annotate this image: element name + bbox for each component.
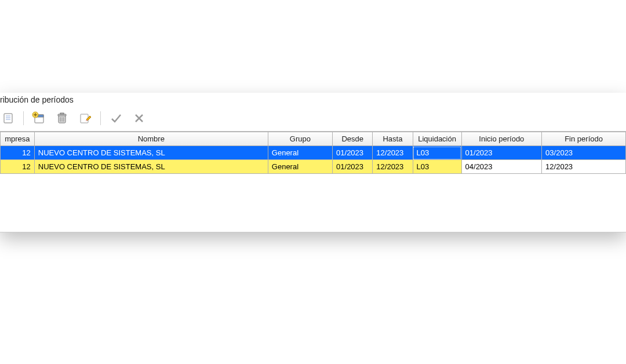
col-header-empresa[interactable]: mpresa	[1, 132, 35, 146]
table-header-row: mpresa Nombre Grupo Desde Hasta Liquidac…	[1, 132, 626, 146]
delete-button[interactable]	[54, 110, 70, 126]
cell-fin[interactable]: 12/2023	[542, 160, 626, 174]
cell-empresa[interactable]: 12	[1, 160, 35, 174]
cell-inicio[interactable]: 01/2023	[461, 146, 542, 160]
cell-hasta[interactable]: 12/2023	[373, 160, 413, 174]
cell-desde[interactable]: 01/2023	[333, 146, 373, 160]
col-header-hasta[interactable]: Hasta	[373, 132, 413, 146]
cancel-button[interactable]	[131, 110, 147, 126]
trash-icon	[55, 111, 69, 125]
col-header-liquidacion[interactable]: Liquidación	[413, 132, 461, 146]
toolbar-divider	[23, 111, 24, 125]
cell-inicio[interactable]: 04/2023	[461, 160, 542, 174]
toolbar-divider	[100, 111, 101, 125]
confirm-button[interactable]	[108, 110, 124, 126]
cell-desde[interactable]: 01/2023	[333, 160, 373, 174]
title-text: ribución de períodos	[0, 95, 74, 104]
col-header-inicio[interactable]: Inicio período	[461, 132, 542, 146]
col-header-nombre[interactable]: Nombre	[34, 132, 268, 146]
cell-liquidacion[interactable]: L03	[413, 160, 461, 174]
periods-table[interactable]: mpresa Nombre Grupo Desde Hasta Liquidac…	[0, 132, 626, 174]
col-header-fin[interactable]: Fin período	[542, 132, 626, 146]
window-title: ribución de períodos	[0, 93, 626, 108]
check-icon	[110, 112, 122, 125]
cell-grupo[interactable]: General	[268, 146, 332, 160]
cell-empresa[interactable]: 12	[1, 146, 35, 160]
col-header-grupo[interactable]: Grupo	[268, 132, 332, 146]
toolbar	[0, 108, 626, 132]
cell-nombre[interactable]: NUEVO CENTRO DE SISTEMAS, SL	[34, 160, 268, 174]
pencil-icon	[78, 111, 92, 125]
add-button[interactable]	[31, 110, 47, 126]
svg-rect-11	[60, 113, 64, 114]
table-row[interactable]: 12 NUEVO CENTRO DE SISTEMAS, SL General …	[1, 160, 626, 174]
cell-liquidacion[interactable]: L03	[413, 146, 461, 160]
cell-fin[interactable]: 03/2023	[542, 146, 626, 160]
x-icon	[133, 112, 145, 125]
add-icon	[32, 111, 46, 125]
edit-button[interactable]	[77, 110, 93, 126]
periods-distribution-window: ribución de períodos	[0, 93, 626, 232]
cell-hasta[interactable]: 12/2023	[373, 146, 413, 160]
svg-rect-0	[4, 114, 12, 123]
document-icon	[2, 112, 14, 125]
cell-nombre[interactable]: NUEVO CENTRO DE SISTEMAS, SL	[34, 146, 268, 160]
cell-grupo[interactable]: General	[268, 160, 332, 174]
col-header-desde[interactable]: Desde	[333, 132, 373, 146]
table-row[interactable]: 12 NUEVO CENTRO DE SISTEMAS, SL General …	[1, 146, 626, 160]
generic-button[interactable]	[0, 110, 16, 126]
